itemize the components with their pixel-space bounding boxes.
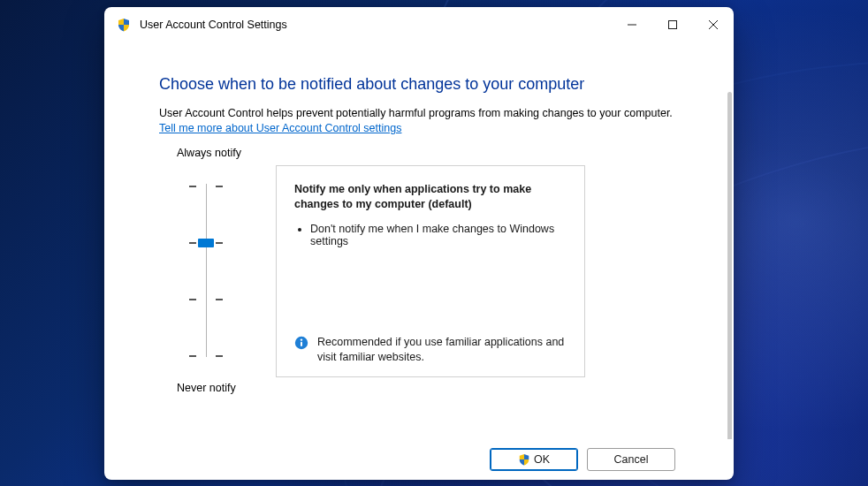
slider-tick <box>216 299 223 300</box>
svg-rect-1 <box>669 21 677 29</box>
window-title: User Account Control Settings <box>140 19 287 31</box>
minimize-button[interactable] <box>612 7 652 42</box>
close-icon <box>709 20 718 29</box>
slider-label-bottom: Never notify <box>159 382 276 394</box>
slider-tick <box>189 355 196 357</box>
slider-track <box>206 184 207 357</box>
maximize-button[interactable] <box>652 7 693 42</box>
page-heading: Choose when to be notified about changes… <box>159 74 702 95</box>
slider-tick <box>216 355 223 357</box>
svg-rect-6 <box>301 341 302 346</box>
titlebar[interactable]: User Account Control Settings <box>104 7 734 42</box>
uac-settings-window: User Account Control Settings <box>104 7 734 480</box>
content-area: Choose when to be notified about changes… <box>104 42 727 439</box>
dialog-button-row: OK Cancel <box>104 439 734 480</box>
notification-level-slider[interactable] <box>159 164 276 376</box>
setting-bullet: Don't notify me when I make changes to W… <box>310 223 567 247</box>
learn-more-link[interactable]: Tell me more about User Account Control … <box>159 122 401 134</box>
slider-thumb[interactable] <box>198 239 214 247</box>
slider-label-top: Always notify <box>159 147 276 159</box>
close-button[interactable] <box>693 7 734 42</box>
setting-description-box: Notify me only when applications try to … <box>276 165 585 377</box>
ok-button-label: OK <box>534 453 550 466</box>
cancel-button[interactable]: Cancel <box>587 448 675 471</box>
shield-icon <box>117 18 131 32</box>
slider-tick <box>189 299 196 300</box>
setting-recommendation: Recommended if you use familiar applicat… <box>294 335 567 365</box>
recommendation-text: Recommended if you use familiar applicat… <box>317 335 567 365</box>
minimize-icon <box>628 20 636 29</box>
cancel-button-label: Cancel <box>614 453 649 466</box>
slider-tick <box>216 186 223 187</box>
info-icon <box>294 336 308 350</box>
page-intro: User Account Control helps prevent poten… <box>159 107 702 119</box>
scrollbar-vertical[interactable] <box>727 92 732 439</box>
setting-bullets: Don't notify me when I make changes to W… <box>294 223 567 247</box>
setting-name: Notify me only when applications try to … <box>294 182 567 212</box>
svg-point-5 <box>301 338 302 340</box>
slider-tick <box>189 242 196 244</box>
maximize-icon <box>668 20 677 29</box>
shield-icon <box>518 453 530 466</box>
ok-button[interactable]: OK <box>490 448 578 471</box>
slider-tick <box>216 242 223 244</box>
slider-tick <box>189 186 196 187</box>
